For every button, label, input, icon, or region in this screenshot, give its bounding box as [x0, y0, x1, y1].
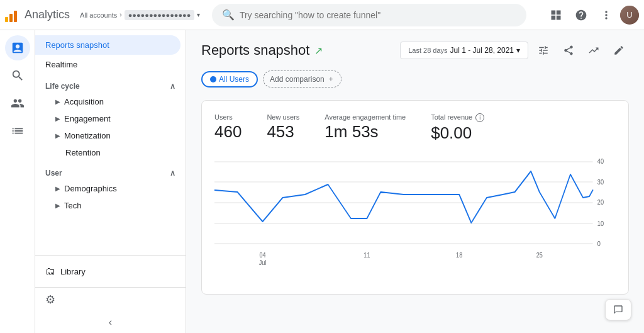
sidebar-item-label: Realtime [45, 60, 77, 69]
account-name: ●●●●●●●●●●●●●●● [125, 10, 195, 20]
grid-icon-button[interactable] [545, 4, 567, 26]
arrow-icon: ▶ [55, 202, 60, 209]
line-chart: 40 30 20 10 0 04 Jul 11 18 25 [214, 155, 616, 281]
rail-icon-reports[interactable] [5, 35, 30, 60]
arrow-icon: ▶ [55, 132, 60, 139]
metric-total-revenue-label: Total revenue i [431, 113, 484, 122]
metric-users-value: 460 [214, 122, 242, 142]
svg-text:Jul: Jul [259, 259, 267, 266]
arrow-icon: ▶ [55, 115, 60, 122]
edit-button[interactable] [609, 40, 629, 60]
metric-total-revenue-value: $0.00 [431, 123, 484, 143]
content-area: Reports snapshot ↗ Last 28 days Jul 1 - … [186, 30, 644, 333]
date-range-value: Jul 1 - Jul 28, 2021 [450, 46, 514, 55]
sidebar-item-library[interactable]: 🗂 Library [45, 261, 175, 282]
rail-icon-search[interactable] [5, 63, 30, 88]
sidebar: Reports snapshot Realtime Life cycle ∧ ▶… [35, 30, 186, 333]
topbar: Analytics All accounts › ●●●●●●●●●●●●●●●… [0, 0, 644, 30]
svg-text:10: 10 [597, 220, 604, 227]
metric-avg-engagement: Average engagement time 1m 53s [325, 113, 406, 143]
app-title: Analytics [25, 8, 70, 21]
svg-text:11: 11 [364, 252, 370, 259]
main-layout: Reports snapshot Realtime Life cycle ∧ ▶… [0, 30, 644, 333]
arrow-icon: ▶ [55, 98, 60, 105]
customize-report-button[interactable] [533, 40, 553, 60]
metrics-row: Users 460 New users 453 Average engageme… [214, 113, 616, 143]
sidebar-item-monetization[interactable]: ▶ Monetization [40, 127, 186, 144]
sidebar-item-realtime[interactable]: Realtime [35, 55, 180, 74]
lifecycle-subsection: ▶ Acquisition ▶ Engagement ▶ Monetizatio… [35, 93, 186, 161]
account-selector[interactable]: All accounts › ●●●●●●●●●●●●●●● ▾ [80, 10, 200, 20]
sidebar-item-engagement[interactable]: ▶ Engagement [40, 110, 186, 127]
user-section: User ∧ [35, 161, 186, 180]
metric-avg-engagement-label: Average engagement time [325, 113, 406, 121]
accounts-label: All accounts [80, 11, 117, 19]
chart-line [214, 171, 593, 223]
page-title: Reports snapshot [201, 42, 309, 59]
search-icon: 🔍 [222, 9, 235, 21]
lifecycle-section: Life cycle ∧ [35, 74, 186, 93]
help-button[interactable] [570, 4, 592, 26]
svg-text:0: 0 [597, 240, 601, 247]
user-subsection: ▶ Demographics ▶ Tech [35, 180, 186, 214]
metric-new-users-value: 453 [267, 122, 299, 142]
metric-total-revenue: Total revenue i $0.00 [431, 113, 484, 143]
metric-new-users: New users 453 [267, 113, 299, 143]
add-comparison-label: Add comparison [270, 75, 325, 84]
sidebar-footer: 🗂 Library [35, 255, 186, 287]
metric-new-users-label: New users [267, 113, 299, 121]
chart-card: Users 460 New users 453 Average engageme… [201, 100, 629, 295]
svg-text:20: 20 [597, 199, 604, 206]
svg-text:25: 25 [536, 252, 543, 259]
svg-text:40: 40 [597, 158, 604, 165]
date-range-picker[interactable]: Last 28 days Jul 1 - Jul 28, 2021 ▾ [400, 42, 528, 59]
header-actions: Last 28 days Jul 1 - Jul 28, 2021 ▾ [400, 40, 629, 60]
add-comparison-button[interactable]: Add comparison ＋ [263, 71, 341, 87]
lifecycle-collapse-icon[interactable]: ∧ [170, 82, 175, 91]
share-button[interactable] [558, 40, 579, 60]
sidebar-item-acquisition[interactable]: ▶ Acquisition [40, 93, 186, 110]
info-icon[interactable]: i [475, 113, 484, 122]
metric-users-label: Users [214, 113, 242, 121]
chevron-down-icon: ▾ [197, 11, 200, 18]
sidebar-item-retention[interactable]: Retention [40, 144, 186, 161]
filter-row: All Users Add comparison ＋ [201, 71, 629, 87]
settings-button[interactable]: ⚙ [35, 287, 186, 312]
sidebar-item-label: Reports snapshot [45, 40, 109, 50]
svg-text:18: 18 [456, 252, 462, 259]
chart-container: 40 30 20 10 0 04 Jul 11 18 25 [214, 155, 616, 281]
sidebar-item-demographics[interactable]: ▶ Demographics [40, 180, 186, 197]
date-chevron-icon: ▾ [516, 46, 520, 55]
content-title: Reports snapshot ↗ [201, 42, 323, 59]
icon-rail [0, 30, 35, 333]
feedback-button[interactable] [605, 299, 631, 320]
rail-icon-audience[interactable] [5, 91, 30, 116]
analytics-logo [5, 8, 17, 22]
search-bar[interactable]: 🔍 [212, 4, 526, 26]
sidebar-nav: Reports snapshot Realtime Life cycle ∧ ▶… [35, 30, 186, 219]
segment-label: All Users [219, 75, 249, 84]
rail-icon-events[interactable] [5, 118, 30, 144]
library-icon: 🗂 [45, 266, 55, 277]
collapse-icon: ‹ [109, 317, 112, 328]
title-link-icon[interactable]: ↗ [314, 45, 323, 57]
sidebar-item-tech[interactable]: ▶ Tech [40, 197, 186, 214]
plus-icon: ＋ [327, 74, 335, 84]
segment-dot [210, 76, 216, 82]
arrow-icon: ▶ [55, 185, 60, 192]
search-input[interactable] [240, 10, 516, 20]
metric-avg-engagement-value: 1m 53s [325, 122, 406, 142]
avatar[interactable]: U [620, 6, 639, 25]
settings-icon: ⚙ [45, 293, 55, 306]
more-options-button[interactable] [595, 4, 618, 26]
svg-text:04: 04 [259, 252, 266, 259]
user-collapse-icon[interactable]: ∧ [170, 169, 175, 178]
topbar-right: U [545, 4, 639, 26]
sidebar-item-reports-snapshot[interactable]: Reports snapshot [35, 35, 180, 55]
svg-text:30: 30 [597, 179, 604, 186]
all-users-segment[interactable]: All Users [201, 71, 258, 87]
insights-button[interactable] [584, 40, 604, 60]
metric-users: Users 460 [214, 113, 242, 143]
content-header: Reports snapshot ↗ Last 28 days Jul 1 - … [201, 40, 629, 60]
collapse-sidebar-button[interactable]: ‹ [35, 312, 186, 333]
